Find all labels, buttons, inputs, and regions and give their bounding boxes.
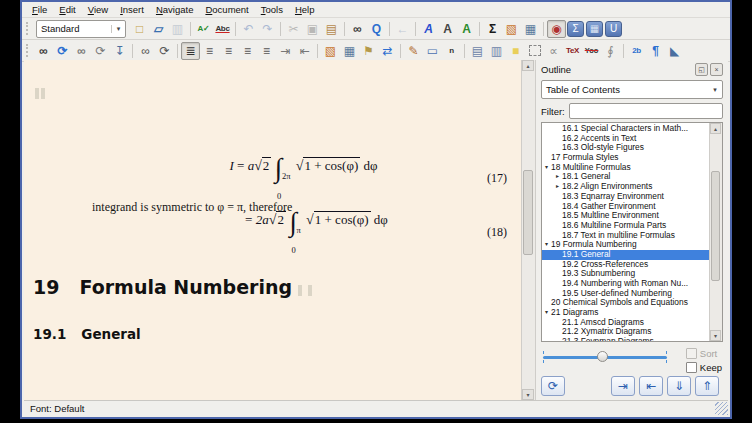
toc-item[interactable]: 17 Formula Styles (542, 153, 710, 163)
formula-17[interactable]: I = a√2 ∫2π0 √1 + cos(φ) dφ (17) (24, 158, 513, 198)
insert-figure-float-button[interactable]: ▧ (321, 42, 340, 60)
zoom-button[interactable]: Q (367, 20, 386, 38)
toolbar-handle[interactable] (26, 22, 31, 35)
update-outline-button[interactable]: ⟳ (541, 376, 565, 396)
track-changes-button[interactable]: Abc (213, 20, 232, 38)
toggle-table-panel-button[interactable]: ▦ (585, 20, 604, 38)
copy-button[interactable]: ▣ (303, 20, 322, 38)
document-scrollbar[interactable]: ▴ ▾ (521, 60, 536, 400)
toc-item[interactable]: 19.2 Cross-References (542, 260, 710, 270)
paragraph-settings-button[interactable]: ¶ (646, 42, 665, 60)
sort-checkbox[interactable]: Sort (686, 348, 722, 359)
scroll-down-icon[interactable]: ▾ (522, 389, 534, 400)
insert-table-button[interactable]: ▦ (521, 20, 540, 38)
expand-arrow-icon[interactable]: ▾ (542, 163, 551, 173)
toc-item[interactable]: 18.7 Text in multiline Formulas (542, 231, 710, 241)
update-document-button[interactable]: ⟳ (53, 42, 72, 60)
navigate-back-button[interactable]: ← (393, 20, 412, 38)
insert-footnote-button[interactable]: n (442, 42, 461, 60)
scroll-down-icon[interactable]: ▾ (710, 330, 721, 341)
slider-handle[interactable] (597, 351, 608, 362)
index-inset[interactable] (41, 88, 45, 99)
toc-item[interactable]: 18.4 Gather Environment (542, 202, 710, 212)
toggle-review-panel-button[interactable]: U (604, 20, 623, 38)
view-master-button[interactable]: ∞ (72, 42, 91, 60)
toc-item[interactable]: 21.2 Xymatrix Diagrams (542, 327, 710, 337)
formula-18[interactable]: = 2a√2 ∫π0 √1 + cos(φ) dφ (18) (24, 212, 513, 252)
decrease-depth-button[interactable]: ⇤ (295, 42, 314, 60)
menu-item[interactable]: Document (199, 4, 254, 15)
move-section-down-button[interactable]: ⇓ (667, 376, 691, 396)
toc-item[interactable]: 16.2 Accents in Text (542, 134, 710, 144)
apply-style-button[interactable]: A (457, 20, 476, 38)
insert-table-float-button[interactable]: ▦ (340, 42, 359, 60)
insert-tex-code-button[interactable]: TeX (563, 42, 582, 60)
toc-item[interactable]: ▸ 18.2 Align Environments (542, 182, 710, 192)
bullet-list-button[interactable]: ≡ (219, 42, 238, 60)
paragraph-style-combo[interactable]: Standard ▾ (36, 20, 126, 38)
menu-item[interactable]: Navigate (150, 4, 200, 15)
toc-item[interactable]: ▾ 19 Formula Numbering (542, 240, 710, 250)
toolbar-handle[interactable] (26, 44, 31, 57)
toc-item[interactable]: 19.4 Numbering with Roman Nu... (542, 279, 710, 289)
menu-item[interactable]: File (26, 4, 53, 15)
insert-box-button[interactable] (525, 42, 544, 60)
view-document-button[interactable]: ∞ (34, 42, 53, 60)
toc-item[interactable]: 18.5 Multline Environment (542, 211, 710, 221)
description-list-button[interactable]: ≡ (238, 42, 257, 60)
insert-graphics-button[interactable]: ▧ (502, 20, 521, 38)
scroll-up-icon[interactable]: ▴ (522, 60, 534, 71)
find-replace-button[interactable]: ∞ (348, 20, 367, 38)
labeling-list-button[interactable]: ≡ (257, 42, 276, 60)
toc-item[interactable]: 19.3 Subnumbering (542, 269, 710, 279)
expand-arrow-icon[interactable]: ▾ (542, 240, 551, 250)
undo-button[interactable]: ↶ (239, 20, 258, 38)
demote-section-button[interactable]: ⇥ (611, 376, 635, 396)
open-document-button[interactable]: ▱ (149, 20, 168, 38)
insert-marginal-note-button[interactable]: ▤ (468, 42, 487, 60)
toc-item[interactable]: 16.3 Old-style Figures (542, 143, 710, 153)
toc-item[interactable]: ▾ 18 Multiline Formulas (542, 163, 710, 173)
resize-grip[interactable] (715, 402, 728, 415)
close-panel-button[interactable]: × (710, 63, 723, 76)
insert-program-listing-button[interactable]: ▥ (487, 42, 506, 60)
toc-item[interactable]: 19.1 General (542, 250, 710, 260)
float-panel-button[interactable]: ◱ (695, 63, 708, 76)
emphasis-button[interactable]: A (419, 20, 438, 38)
export-button[interactable]: ↧ (110, 42, 129, 60)
expand-arrow-icon[interactable]: ▸ (553, 182, 562, 192)
toc-item[interactable]: 19.5 User-defined Numbering (542, 289, 710, 299)
menu-item[interactable]: Insert (114, 4, 150, 15)
save-document-button[interactable]: ▥ (168, 20, 187, 38)
toc-item[interactable]: ▸ 18.1 General (542, 172, 710, 182)
insert-label-button[interactable]: ⚑ (359, 42, 378, 60)
toc-item[interactable]: 16.1 Special Characters in Math... (542, 124, 710, 134)
numbered-list-button[interactable]: ≡ (200, 42, 219, 60)
toggle-math-panel-button[interactable]: Σ (566, 20, 585, 38)
insert-index-entry-button[interactable]: ✎ (404, 42, 423, 60)
toc-item[interactable]: 21.3 Feynman Diagrams (542, 337, 710, 341)
insert-float-button[interactable]: ▭ (423, 42, 442, 60)
index-inset[interactable] (298, 285, 302, 296)
toc-item[interactable]: 20 Chemical Symbols and Equations (542, 298, 710, 308)
index-inset[interactable] (308, 285, 312, 296)
promote-section-button[interactable]: ⇤ (639, 376, 663, 396)
insert-math-button[interactable]: Σ (483, 20, 502, 38)
insert-nomenclature-button[interactable]: Yoo (582, 42, 601, 60)
toc-item[interactable]: 18.3 Eqnarray Environment (542, 192, 710, 202)
toc-item[interactable]: ▾ 21 Diagrams (542, 308, 710, 318)
insert-include-file-button[interactable]: ∮ (601, 42, 620, 60)
insert-cross-reference-button[interactable]: ⇄ (378, 42, 397, 60)
language-button[interactable]: 2b (627, 42, 646, 60)
increase-depth-button[interactable]: ⇥ (276, 42, 295, 60)
update-master-button[interactable]: ⟳ (91, 42, 110, 60)
toc-type-selector[interactable]: Table of Contents ▾ (541, 80, 723, 99)
tree-scrollbar[interactable]: ▴ ▾ (709, 123, 722, 341)
document-canvas[interactable]: I = a√2 ∫2π0 √1 + cos(φ) dφ (17) integra… (24, 60, 521, 400)
update-other-formats-button[interactable]: ⟳ (155, 42, 174, 60)
depth-slider[interactable] (541, 350, 669, 364)
menu-item[interactable]: View (82, 4, 114, 15)
noun-button[interactable]: A (438, 20, 457, 38)
cut-button[interactable]: ✂ (284, 20, 303, 38)
keep-checkbox[interactable]: Keep (686, 362, 722, 373)
